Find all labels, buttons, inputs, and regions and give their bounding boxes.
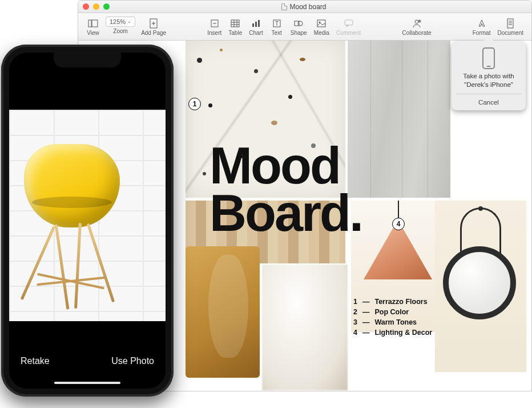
- media-button[interactable]: Media: [311, 17, 333, 37]
- mood-board-heading[interactable]: Mood Board.: [209, 142, 362, 237]
- iphone-icon: [482, 47, 495, 69]
- continuity-camera-popover: Take a photo with "Derek's iPhone" Cance…: [452, 42, 526, 110]
- image-fur[interactable]: [262, 265, 348, 390]
- cancel-button[interactable]: Cancel: [456, 94, 521, 110]
- toolbar: View 125% ⌄ Zoom Add Page: [78, 13, 531, 41]
- add-page-icon: [148, 18, 159, 29]
- comment-icon: [343, 18, 354, 29]
- iphone-notch: [54, 53, 121, 67]
- zoom-label: Zoom: [113, 28, 128, 34]
- heading-line2: Board.: [209, 190, 362, 237]
- legend-list[interactable]: 1—Terrazzo Floors 2—Pop Color 3—Warm Ton…: [353, 297, 432, 338]
- svg-rect-12: [252, 23, 254, 27]
- image-sofa[interactable]: [186, 246, 260, 378]
- insert-button[interactable]: Insert: [204, 17, 225, 37]
- callout-4[interactable]: 4: [392, 218, 405, 230]
- use-photo-button[interactable]: Use Photo: [111, 356, 154, 366]
- zoom-control[interactable]: 125% ⌄ Zoom: [106, 17, 135, 37]
- svg-marker-22: [346, 25, 349, 27]
- iphone-body: Retake Use Photo: [1, 45, 174, 397]
- svg-rect-28: [507, 19, 513, 28]
- document-title-text: Mood board: [289, 3, 326, 11]
- add-page-label: Add Page: [141, 30, 166, 36]
- text-button[interactable]: T Text: [267, 17, 287, 37]
- titlebar: Mood board: [78, 1, 531, 13]
- format-icon: [476, 18, 487, 29]
- media-icon: [316, 18, 327, 29]
- shape-button[interactable]: Shape: [287, 17, 311, 37]
- document-icon: [281, 3, 287, 10]
- document-title: Mood board: [81, 3, 527, 11]
- document-panel-icon: [505, 18, 516, 29]
- svg-rect-21: [345, 20, 353, 25]
- chart-button[interactable]: Chart: [245, 17, 266, 37]
- comment-button: Comment: [333, 17, 364, 37]
- legend-row: 4—Lighting & Decor: [353, 327, 432, 338]
- svg-text:T: T: [275, 21, 279, 27]
- zoom-value: 125%: [110, 18, 126, 25]
- retake-button[interactable]: Retake: [21, 356, 50, 366]
- image-mirror[interactable]: [435, 201, 526, 372]
- callout-1[interactable]: 1: [188, 98, 201, 110]
- shape-icon: [293, 18, 304, 29]
- collaborate-icon: [411, 18, 422, 29]
- document-button[interactable]: Document: [494, 17, 527, 37]
- format-button[interactable]: Format: [469, 17, 494, 37]
- view-icon: [87, 18, 99, 29]
- legend-row: 1—Terrazzo Floors: [353, 297, 432, 307]
- svg-point-18: [298, 21, 303, 26]
- collaborate-button[interactable]: Collaborate: [398, 17, 434, 37]
- text-icon: T: [271, 18, 283, 29]
- view-label: View: [87, 30, 99, 36]
- heading-line1: Mood: [209, 142, 362, 190]
- iphone-screen: Retake Use Photo: [9, 53, 166, 389]
- insert-icon: [209, 18, 220, 29]
- iphone-device: Retake Use Photo: [1, 45, 174, 397]
- table-icon: [229, 18, 241, 29]
- svg-rect-1: [92, 20, 98, 27]
- image-concrete[interactable]: [348, 41, 450, 198]
- chevron-down-icon: ⌄: [127, 19, 131, 24]
- camera-preview: [9, 110, 166, 321]
- add-page-button[interactable]: Add Page: [138, 17, 170, 37]
- popover-message: Take a photo with "Derek's iPhone": [463, 72, 514, 89]
- view-button[interactable]: View: [83, 17, 103, 37]
- svg-marker-27: [479, 20, 485, 26]
- table-button[interactable]: Table: [225, 17, 245, 37]
- legend-row: 2—Pop Color: [353, 307, 432, 317]
- legend-row: 3—Warm Tones: [353, 317, 432, 327]
- svg-rect-13: [255, 22, 257, 27]
- chart-icon: [250, 18, 261, 29]
- svg-rect-14: [258, 20, 260, 27]
- svg-point-23: [415, 20, 418, 23]
- svg-rect-0: [88, 20, 91, 27]
- home-indicator[interactable]: [54, 382, 120, 384]
- yellow-chair: [24, 144, 120, 227]
- svg-rect-7: [231, 20, 239, 27]
